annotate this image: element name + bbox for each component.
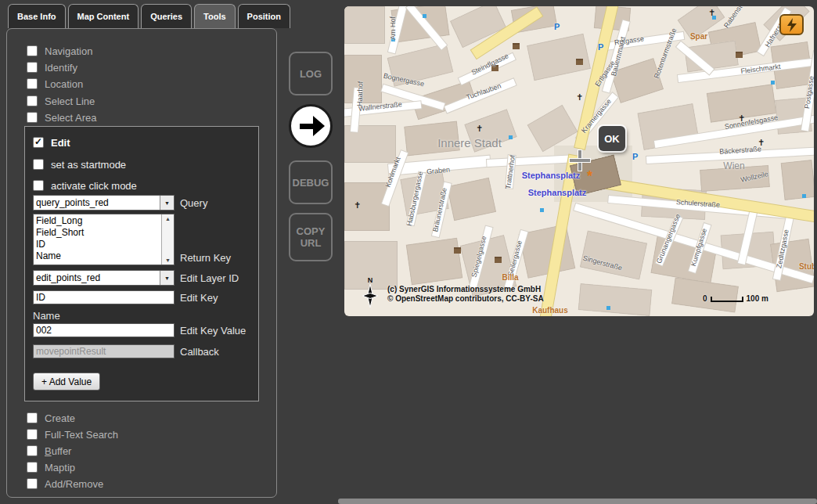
edit-layer-label: Edit Layer ID <box>180 272 239 284</box>
transit-stop-icon <box>509 135 513 139</box>
tab-position[interactable]: Position <box>238 4 290 28</box>
query-select[interactable]: query_points_red ▼ <box>33 195 175 211</box>
navigation-label: Navigation <box>45 45 92 57</box>
set-as-startmode-label: set as startmode <box>51 159 126 171</box>
select-line-row[interactable]: Select Line <box>27 95 95 106</box>
activate-click-mode-row[interactable]: activate click mode <box>33 180 137 191</box>
transit-stop-icon <box>802 194 806 198</box>
create-label: Create <box>45 412 75 424</box>
location-checkbox[interactable] <box>27 78 38 89</box>
add-value-button[interactable]: + Add Value <box>33 373 100 391</box>
location-row[interactable]: Location <box>27 78 83 89</box>
buffer-checkbox[interactable] <box>27 445 38 456</box>
flash-tool-button[interactable] <box>779 14 804 35</box>
check-icon: ✓ <box>34 136 42 147</box>
chevron-down-icon[interactable]: ▼ <box>160 196 174 210</box>
church-icon: ✝ <box>354 200 361 211</box>
set-as-startmode-checkbox[interactable] <box>33 159 44 170</box>
landmark-icon <box>513 43 520 49</box>
select-area-row[interactable]: Select Area <box>27 112 97 123</box>
maptip-checkbox[interactable] <box>27 462 38 473</box>
building-block <box>781 160 814 200</box>
select-line-checkbox[interactable] <box>27 95 38 106</box>
square-label: Stephansplatz <box>522 171 581 180</box>
edit-row[interactable]: ✓ Edit <box>33 137 70 148</box>
tab-map-content[interactable]: Map Content <box>68 4 139 28</box>
activate-click-mode-label: activate click mode <box>51 180 137 192</box>
list-item[interactable]: Field_Short <box>36 227 161 239</box>
attribution-line: (c) SynerGIS Informationssysteme GmbH <box>387 285 544 294</box>
add-remove-label: Add/Remove <box>45 478 103 490</box>
identify-row[interactable]: Identify <box>27 62 77 73</box>
tab-tools[interactable]: Tools <box>194 4 236 28</box>
navigation-row[interactable]: Navigation <box>27 45 92 56</box>
return-key-listbox[interactable]: Field_Long Field_Short ID Name ▲ ▼ <box>33 214 175 265</box>
parking-icon: P <box>554 22 560 31</box>
full-text-search-row[interactable]: Full-Text Search <box>27 429 118 440</box>
scale-start: 0 <box>703 294 707 303</box>
edit-point-marker[interactable] <box>570 150 590 171</box>
district-label: Innere Stadt <box>437 136 502 149</box>
ok-button[interactable]: OK <box>599 126 625 151</box>
maptip-label: Maptip <box>45 462 75 473</box>
add-remove-checkbox[interactable] <box>27 478 38 489</box>
return-key-options: Field_Long Field_Short ID Name <box>34 214 161 265</box>
poi-star-icon: * <box>587 172 592 180</box>
landmark-icon <box>495 257 502 263</box>
tab-queries[interactable]: Queries <box>141 4 192 28</box>
query-label: Query <box>180 197 207 209</box>
parking-icon: P <box>632 152 638 161</box>
add-remove-row[interactable]: Add/Remove <box>27 478 103 489</box>
scale-bar: 0 100 m <box>703 294 768 303</box>
select-line-label: Select Line <box>45 95 95 107</box>
transit-stop-icon <box>606 306 610 310</box>
transit-stop-icon <box>712 16 716 20</box>
tools-panel: Navigation Identify Location Select Line… <box>6 28 277 498</box>
set-as-startmode-row[interactable]: set as startmode <box>33 159 126 170</box>
log-button[interactable]: LOG <box>289 52 333 95</box>
building-block <box>447 178 496 221</box>
debug-button[interactable]: DEBUG <box>289 160 333 204</box>
listbox-scrollbar[interactable]: ▲ ▼ <box>161 214 174 265</box>
building-block <box>344 6 385 44</box>
shop-label: Kaufhaus <box>532 306 568 315</box>
landmark-icon <box>454 247 461 254</box>
create-checkbox[interactable] <box>27 412 38 423</box>
activate-click-mode-checkbox[interactable] <box>33 180 44 191</box>
edit-key-input[interactable] <box>33 290 175 304</box>
query-select-value: query_points_red <box>34 197 160 208</box>
building-block <box>344 182 390 231</box>
edit-layer-select-value: edit_points_red <box>34 272 160 283</box>
select-area-checkbox[interactable] <box>27 112 38 123</box>
chevron-down-icon[interactable]: ▼ <box>160 271 174 285</box>
scroll-up-icon[interactable]: ▲ <box>162 216 174 221</box>
identify-checkbox[interactable] <box>27 62 38 73</box>
list-item[interactable]: Field_Long <box>36 215 161 227</box>
edit-section: ✓ Edit set as startmode activate click m… <box>24 126 259 401</box>
horizontal-scrollbar[interactable] <box>338 499 817 504</box>
location-label: Location <box>45 78 83 90</box>
parking-icon: P <box>598 42 603 52</box>
list-item[interactable]: ID <box>36 239 161 250</box>
compass-rose: N <box>360 275 380 311</box>
building-block <box>527 34 591 81</box>
edit-key-value-input[interactable] <box>33 323 175 337</box>
create-row[interactable]: Create <box>27 412 75 423</box>
select-area-label: Select Area <box>45 112 97 124</box>
edit-layer-select[interactable]: edit_points_red ▼ <box>33 270 175 286</box>
scroll-down-icon[interactable]: ▼ <box>162 257 174 263</box>
copy-url-button[interactable]: COPY URL <box>289 213 333 261</box>
list-item[interactable]: Name <box>36 250 161 262</box>
maptip-row[interactable]: Maptip <box>27 462 75 473</box>
scale-end: 100 m <box>747 294 768 303</box>
edit-checkbox[interactable]: ✓ <box>33 137 44 148</box>
next-arrow-button[interactable] <box>289 104 333 148</box>
tab-base-info[interactable]: Base Info <box>8 4 66 28</box>
navigation-checkbox[interactable] <box>27 45 38 56</box>
street-label: Graben <box>426 165 451 175</box>
landmark-icon <box>736 52 743 58</box>
shop-label: Billa <box>502 273 518 282</box>
buffer-row[interactable]: Buffer <box>27 445 71 456</box>
map-view[interactable]: ✝ ✝ ✝ ✝ ✝ ✝ P P P * Am Hof Steindlgasse … <box>344 6 814 316</box>
full-text-search-checkbox[interactable] <box>27 429 38 440</box>
